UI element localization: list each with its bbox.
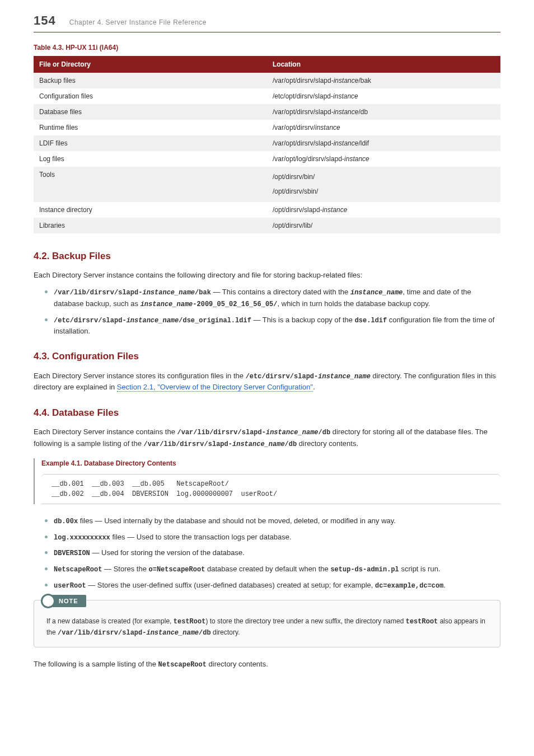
- section-4-2-heading: 4.2. Backup Files: [34, 249, 500, 264]
- row-loc: /opt/dirsrv/bin/ /opt/dirsrv/sbin/: [267, 167, 500, 202]
- list-item: log.xxxxxxxxxx files — Used to store the…: [45, 532, 500, 543]
- backup-files-list: /var/lib/dirsrv/slapd-instance_name/bak …: [45, 287, 500, 337]
- section-4-4-intro: Each Directory Server instance contains …: [34, 426, 500, 449]
- example-title: Example 4.1. Database Directory Contents: [41, 458, 500, 468]
- page-header: 154 Chapter 4. Server Instance File Refe…: [34, 11, 500, 32]
- row-name: Runtime files: [34, 120, 267, 135]
- row-loc: /var/opt/dirsrv/instance: [267, 120, 500, 135]
- note-box: NOTE If a new database is created (for e…: [34, 600, 500, 647]
- section-4-3-heading: 4.3. Configuration Files: [34, 349, 500, 364]
- row-name: Configuration files: [34, 88, 267, 104]
- row-name: Database files: [34, 104, 267, 120]
- table-caption: Table 4.3. HP-UX 11i (IA64): [34, 43, 500, 53]
- row-name: Log files: [34, 151, 267, 167]
- list-item: NetscapeRoot — Stores the o=NetscapeRoot…: [45, 564, 500, 575]
- table-row: Log files /var/opt/log/dirsrv/slapd-inst…: [34, 151, 500, 167]
- table-row: Backup files /var/opt/dirsrv/slapd-insta…: [34, 73, 500, 88]
- section-4-3-para: Each Directory Server instance stores it…: [34, 370, 500, 393]
- section-4-2-intro: Each Directory Server instance contains …: [34, 270, 500, 281]
- table-header-row: File or Directory Location: [34, 56, 500, 73]
- table-row: Configuration files /etc/opt/dirsrv/slap…: [34, 88, 500, 104]
- closing-para: The following is a sample listing of the…: [34, 659, 500, 670]
- row-loc: /opt/dirsrv/slapd-instance: [267, 202, 500, 218]
- row-loc: /var/opt/dirsrv/slapd-instance/db: [267, 104, 500, 120]
- table-row: Instance directory /opt/dirsrv/slapd-ins…: [34, 202, 500, 218]
- list-item: db.00x files — Used internally by the da…: [45, 515, 500, 527]
- table-row: Libraries /opt/dirsrv/lib/: [34, 218, 500, 233]
- row-loc: /var/opt/dirsrv/slapd-instance/ldif: [267, 135, 500, 151]
- list-item: userRoot — Stores the user-defined suffi…: [45, 580, 500, 591]
- row-name: Instance directory: [34, 202, 267, 218]
- note-header: NOTE: [41, 594, 500, 608]
- row-name: LDIF files: [34, 135, 267, 151]
- chapter-title: Chapter 4. Server Instance File Referenc…: [69, 17, 207, 27]
- list-item: DBVERSION — Used for storing the version…: [45, 547, 500, 559]
- note-body: If a new database is created (for exampl…: [34, 608, 500, 646]
- col-file-or-directory: File or Directory: [34, 56, 267, 73]
- page-number: 154: [34, 11, 56, 30]
- row-name: Tools: [34, 167, 267, 202]
- row-name: Backup files: [34, 73, 267, 88]
- example-box: Example 4.1. Database Directory Contents…: [34, 458, 500, 504]
- table-row: Database files /var/opt/dirsrv/slapd-ins…: [34, 104, 500, 120]
- row-loc: /var/opt/log/dirsrv/slapd-instance: [267, 151, 500, 167]
- row-loc: /opt/dirsrv/lib/: [267, 218, 500, 233]
- row-name: Libraries: [34, 218, 267, 233]
- table-row: Tools /opt/dirsrv/bin/ /opt/dirsrv/sbin/: [34, 167, 500, 202]
- location-table: File or Directory Location Backup files …: [34, 56, 500, 233]
- list-item: /etc/dirsrv/slapd-instance_name/dse_orig…: [45, 314, 500, 337]
- table-row: Runtime files /var/opt/dirsrv/instance: [34, 120, 500, 135]
- db-files-list: db.00x files — Used internally by the da…: [45, 515, 500, 591]
- list-item: /var/lib/dirsrv/slapd-instance_name/bak …: [45, 287, 500, 309]
- table-row: LDIF files /var/opt/dirsrv/slapd-instanc…: [34, 135, 500, 151]
- overview-config-link[interactable]: Section 2.1, "Overview of the Directory …: [117, 383, 313, 392]
- section-4-4-heading: 4.4. Database Files: [34, 406, 500, 420]
- row-loc: /etc/opt/dirsrv/slapd-instance: [267, 88, 500, 104]
- example-code: __db.001 __db.003 __db.005 NetscapeRoot/…: [41, 474, 500, 504]
- row-loc: /var/opt/dirsrv/slapd-instance/bak: [267, 73, 500, 88]
- col-location: Location: [267, 56, 500, 73]
